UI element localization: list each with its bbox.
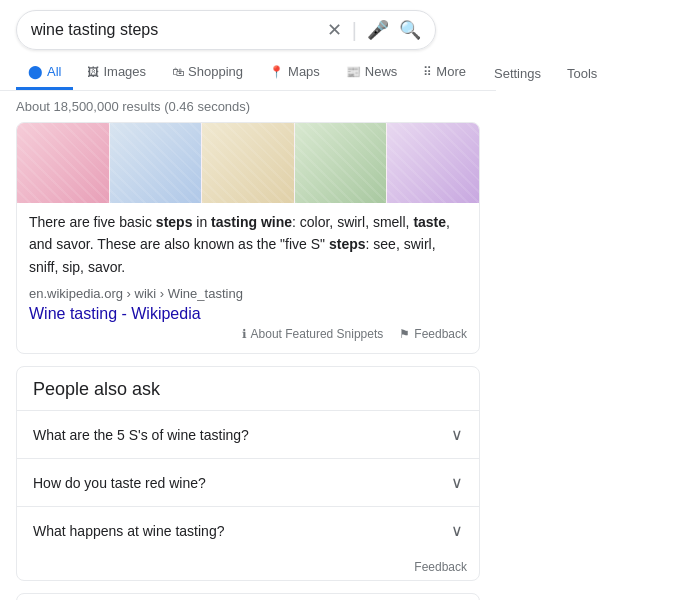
- about-featured-snippets-link[interactable]: ℹ About Featured Snippets: [242, 327, 384, 341]
- search-bar-area: wine tasting steps ✕ | 🎤 🔍: [0, 0, 496, 50]
- snippet-feedback-link[interactable]: ⚑ Feedback: [399, 327, 467, 341]
- chevron-down-icon-3: ∨: [451, 521, 463, 540]
- nav-tabs: ⬤ All 🖼 Images 🛍 Shopping 📍 Maps 📰 News …: [0, 50, 496, 91]
- tab-more[interactable]: ⠿ More: [411, 56, 478, 90]
- people-also-ask-box: People also ask What are the 5 S's of wi…: [16, 366, 480, 581]
- snippet-url: en.wikipedia.org › wiki › Wine_tasting: [17, 282, 479, 305]
- search-input[interactable]: wine tasting steps: [31, 21, 319, 39]
- microphone-icon[interactable]: 🎤: [367, 19, 389, 41]
- featured-snippet: There are five basic steps in tasting wi…: [16, 122, 480, 354]
- all-icon: ⬤: [28, 64, 43, 79]
- snippet-title-link[interactable]: Wine tasting - Wikipedia: [17, 305, 213, 326]
- paa-item-3[interactable]: What happens at wine tasting? ∨: [17, 506, 479, 554]
- paa-item-1[interactable]: What are the 5 S's of wine tasting? ∨: [17, 410, 479, 458]
- feedback-icon: ⚑: [399, 327, 410, 341]
- divider: |: [352, 19, 357, 42]
- chevron-down-icon-1: ∨: [451, 425, 463, 444]
- right-annotation-panel: Great Opportunities: [496, 0, 696, 600]
- tab-images[interactable]: 🖼 Images: [75, 56, 158, 90]
- result-item-1: winefolly.com › Blog ▾ How to Taste Wine…: [16, 593, 480, 600]
- snippet-image-2: [110, 123, 202, 203]
- maps-icon: 📍: [269, 65, 284, 79]
- shopping-icon: 🛍: [172, 65, 184, 79]
- more-dots-icon: ⠿: [423, 65, 432, 79]
- snippet-image-5: [387, 123, 479, 203]
- results-info: About 18,500,000 results (0.46 seconds): [0, 91, 496, 122]
- snippet-image-1: [17, 123, 109, 203]
- tab-maps[interactable]: 📍 Maps: [257, 56, 332, 90]
- images-icon: 🖼: [87, 65, 99, 79]
- paa-title: People also ask: [17, 367, 479, 410]
- search-bar[interactable]: wine tasting steps ✕ | 🎤 🔍: [16, 10, 436, 50]
- snippet-footer: ℹ About Featured Snippets ⚑ Feedback: [17, 323, 479, 345]
- news-icon: 📰: [346, 65, 361, 79]
- search-icon[interactable]: 🔍: [399, 19, 421, 41]
- tab-news[interactable]: 📰 News: [334, 56, 410, 90]
- paa-item-2[interactable]: How do you taste red wine? ∨: [17, 458, 479, 506]
- snippet-image-3: [202, 123, 294, 203]
- snippet-description: There are five basic steps in tasting wi…: [17, 211, 479, 282]
- tab-shopping[interactable]: 🛍 Shopping: [160, 56, 255, 90]
- snippet-image-4: [295, 123, 387, 203]
- clear-icon[interactable]: ✕: [327, 19, 342, 41]
- info-icon: ℹ: [242, 327, 247, 341]
- tab-all[interactable]: ⬤ All: [16, 56, 73, 90]
- chevron-down-icon-2: ∨: [451, 473, 463, 492]
- snippet-images: [17, 123, 479, 203]
- paa-feedback[interactable]: Feedback: [17, 554, 479, 580]
